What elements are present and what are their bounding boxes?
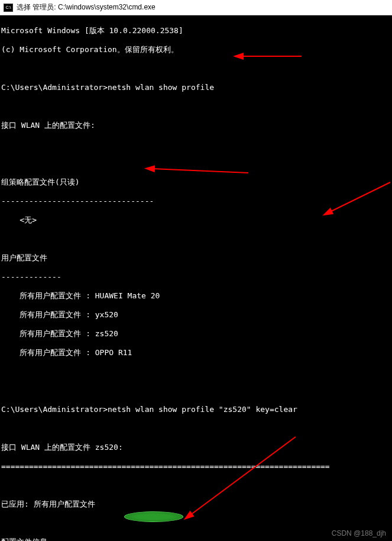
profile-name: OPPO R11 (95, 348, 132, 357)
prompt-line-1: C:\Users\Administrator>netsh wlan show p… (1, 83, 391, 92)
cmd-icon: C:\ (4, 4, 13, 12)
group-policy-header: 组策略配置文件(只读) (1, 178, 391, 187)
profile-name: zs520 (95, 329, 118, 338)
winver-line: Microsoft Windows [版本 10.0.22000.2538] (1, 26, 391, 36)
watermark: CSDN @188_djh (332, 529, 386, 537)
eqline: ========================================… (1, 462, 391, 471)
applied-line: 已应用: 所有用户配置文件 (1, 500, 391, 509)
blank (1, 64, 391, 73)
window-title: 选择 管理员: C:\windows\system32\cmd.exe (17, 2, 155, 12)
blank (1, 386, 391, 395)
none-value: <无> (1, 215, 391, 225)
blank (1, 102, 391, 111)
terminal-output[interactable]: Microsoft Windows [版本 10.0.22000.2538] (… (0, 15, 392, 541)
blank (1, 140, 391, 149)
blank (1, 159, 391, 168)
profile-row: 所有用户配置文件 : HUAWEI Mate 20 (1, 291, 391, 301)
profile-name: yx520 (95, 310, 118, 319)
command-2: netsh wlan show profile "zs520" key=clea… (108, 405, 297, 414)
copyright-line: (c) Microsoft Corporation。保留所有权利。 (1, 45, 391, 54)
profile-row: 所有用户配置文件 : yx520 (1, 310, 391, 320)
profile-row: 所有用户配置文件 : OPPO R11 (1, 348, 391, 358)
interface-profile-header: 接口 WLAN 上的配置文件 zs520: (1, 443, 391, 452)
password-highlight-icon (124, 511, 183, 522)
profile-name: HUAWEI Mate 20 (95, 291, 160, 300)
dashes: ------------- (1, 272, 391, 282)
command-1: netsh wlan show profile (108, 83, 214, 92)
blank (1, 234, 391, 244)
section-profile-info: 配置文件信息 (1, 537, 391, 541)
dashes: --------------------------------- (1, 197, 391, 206)
blank (1, 367, 391, 376)
blank (1, 519, 391, 528)
blank (1, 481, 391, 490)
prompt-line-2: C:\Users\Administrator>netsh wlan show p… (1, 405, 391, 414)
user-profiles-header: 用户配置文件 (1, 253, 391, 263)
interface-header: 接口 WLAN 上的配置文件: (1, 121, 391, 130)
profile-row: 所有用户配置文件 : zs520 (1, 329, 391, 339)
window-titlebar[interactable]: C:\ 选择 管理员: C:\windows\system32\cmd.exe (0, 0, 392, 15)
blank (1, 424, 391, 433)
